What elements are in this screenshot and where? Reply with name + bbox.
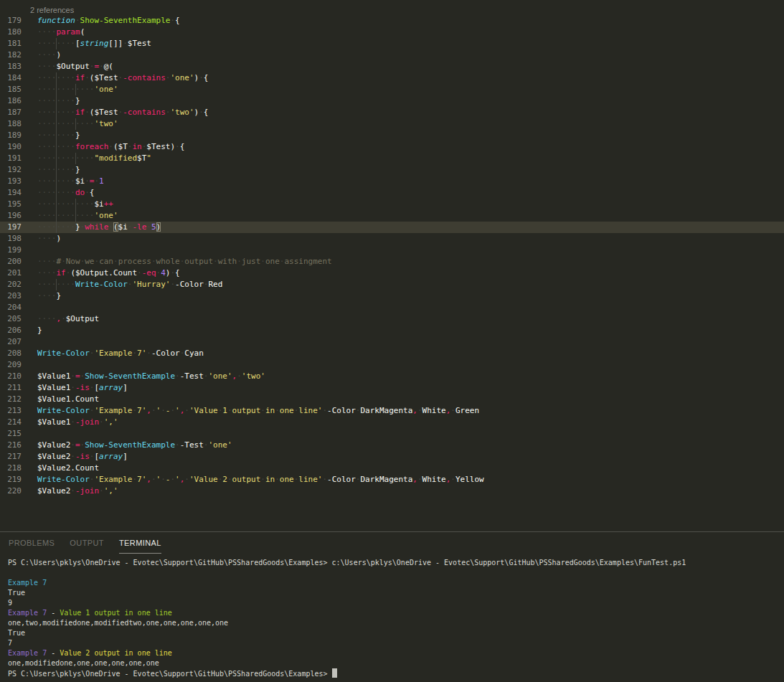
code-line[interactable]: 194········do·{ [0,187,784,199]
line-number[interactable]: 211 [0,382,22,394]
code-line[interactable]: 195············$i++ [0,199,784,210]
line-number[interactable]: 184 [0,72,22,84]
line-number[interactable]: 214 [0,417,22,428]
code-line[interactable]: 211$Value1·-is·[array] [0,382,784,394]
line-number[interactable]: 218 [0,463,22,474]
whitespace-dots: ········ [37,280,75,289]
line-number[interactable]: 188 [0,118,22,130]
code-line[interactable]: 180····param( [0,27,784,38]
code-line[interactable]: 220$Value2·-join·',' [0,486,784,497]
line-number[interactable]: 179 [0,15,22,27]
code-line[interactable]: 196············'one' [0,210,784,222]
code-line[interactable]: 186········} [0,95,784,107]
line-number[interactable]: 198 [0,233,22,245]
code-line[interactable]: 188············'two' [0,118,784,130]
code-line[interactable]: 189········} [0,130,784,141]
code-line[interactable]: 210$Value1·=·Show-SeventhExample·-Test·'… [0,371,784,382]
code-line[interactable]: 207 [0,336,784,348]
code-line[interactable]: 201····if·($Output.Count·-eq·4)·{ [0,267,784,279]
line-number[interactable]: 217 [0,451,22,463]
code-line[interactable]: 215 [0,428,784,440]
whitespace-dots: · [108,142,113,151]
line-number[interactable]: 193 [0,176,22,187]
code-text: ········Write-Color·'Hurray'·-Color·Red [37,279,222,290]
code-line[interactable]: 199 [0,245,784,256]
whitespace-dots: ···· [37,291,57,300]
line-number[interactable]: 213 [0,405,22,417]
line-number[interactable]: 215 [0,428,22,440]
code-line[interactable]: 219Write-Color·'Example·7',·'·-·',·'Valu… [0,474,784,486]
line-number[interactable]: 210 [0,371,22,382]
line-number[interactable]: 181 [0,38,22,49]
code-line[interactable]: 198····) [0,233,784,245]
code-line[interactable]: 208Write-Color·'Example·7'·-Color·Cyan [0,348,784,359]
line-number[interactable]: 182 [0,49,22,61]
code-line[interactable]: 192········} [0,164,784,176]
whitespace-dots: · [175,440,180,450]
terminal-output[interactable]: PS C:\Users\pklys\OneDrive - Evotec\Supp… [0,554,784,678]
code-line[interactable]: 193········$i·=·1 [0,176,784,187]
line-number[interactable]: 180 [0,27,22,38]
code-line[interactable]: 213Write-Color·'Example·7',·'·-·',·'Valu… [0,405,784,417]
line-number[interactable]: 197 [0,222,22,233]
line-number[interactable]: 186 [0,95,22,107]
code-line[interactable]: 217$Value2·-is·[array] [0,451,784,463]
line-number[interactable]: 189 [0,130,22,141]
code-line[interactable]: 218$Value2.Count [0,463,784,474]
code-line[interactable]: 179function·Show-SeventhExample·{ [0,15,784,27]
code-line[interactable]: 204 [0,302,784,313]
line-number[interactable]: 209 [0,359,22,371]
line-number[interactable]: 219 [0,474,22,486]
whitespace-dots: · [450,475,455,484]
whitespace-dots: · [151,257,156,266]
whitespace-dots: ···· [37,257,57,266]
tab-output[interactable]: OUTPUT [70,532,104,554]
line-number[interactable]: 220 [0,486,22,497]
line-number[interactable]: 200 [0,256,22,267]
whitespace-dots: · [161,475,166,484]
code-line[interactable]: 181········[string[]]·$Test [0,38,784,49]
line-number[interactable]: 203 [0,290,22,302]
tab-terminal[interactable]: TERMINAL [119,532,161,554]
line-number[interactable]: 201 [0,267,22,279]
line-number[interactable]: 204 [0,302,22,313]
code-text: Write-Color·'Example·7',·'·-·',·'Value·2… [37,474,484,486]
line-number[interactable]: 187 [0,107,22,118]
line-number[interactable]: 207 [0,336,22,348]
codelens-references[interactable]: 2 references [30,4,74,16]
code-line[interactable]: 190········foreach·($T·in·$Test)·{ [0,141,784,153]
line-number[interactable]: 194 [0,187,22,199]
code-line[interactable]: 203····} [0,290,784,302]
line-number[interactable]: 183 [0,61,22,72]
code-line[interactable]: 202········Write-Color·'Hurray'·-Color·R… [0,279,784,290]
editor[interactable]: 1782 references179function·Show-SeventhE… [0,0,784,531]
line-number[interactable]: 208 [0,348,22,359]
code-line[interactable]: 200····#·Now·we·can·process·whole·output… [0,256,784,267]
line-number[interactable]: 190 [0,141,22,153]
code-line[interactable]: 209 [0,359,784,371]
code-line[interactable]: 187········if·($Test·-contains·'two')·{ [0,107,784,118]
line-number[interactable]: 216 [0,440,22,451]
line-number[interactable]: 212 [0,394,22,405]
line-number[interactable]: 206 [0,325,22,336]
line-number[interactable]: 195 [0,199,22,210]
code-line[interactable]: 206} [0,325,784,336]
code-line[interactable]: 216$Value2·=·Show-SeventhExample·-Test·'… [0,440,784,451]
line-number[interactable]: 192 [0,164,22,176]
code-line[interactable]: 182····) [0,49,784,61]
code-line[interactable]: 183····$Output·=·@( [0,61,784,72]
code-line[interactable]: 191············"modified$T" [0,153,784,164]
code-line[interactable]: 197········}·while·($i·-le·5) [0,222,784,233]
code-line[interactable]: 214$Value1·-join·',' [0,417,784,428]
code-line[interactable]: 184········if·($Test·-contains·'one')·{ [0,72,784,84]
code-line[interactable]: 185············'one' [0,84,784,95]
line-number[interactable]: 202 [0,279,22,290]
line-number[interactable]: 185 [0,84,22,95]
line-number[interactable]: 196 [0,210,22,222]
tab-problems[interactable]: PROBLEMS [9,532,55,554]
line-number[interactable]: 205 [0,313,22,325]
code-line[interactable]: 205····,·$Output [0,313,784,325]
code-line[interactable]: 212$Value1.Count [0,394,784,405]
line-number[interactable]: 191 [0,153,22,164]
line-number[interactable]: 199 [0,245,22,256]
